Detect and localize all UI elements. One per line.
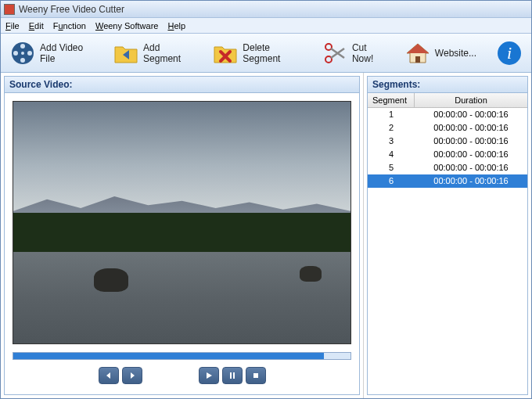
- app-icon: [4, 4, 15, 15]
- titlebar: Weeny Free Video Cutter: [1, 1, 531, 18]
- svg-point-3: [20, 58, 25, 63]
- folder-delete-icon: [213, 41, 238, 66]
- delete-segment-button[interactable]: Delete Segment: [210, 39, 305, 67]
- table-row[interactable]: 200:00:00 - 00:00:16: [368, 121, 527, 135]
- delete-segment-label: Delete Segment: [243, 42, 302, 64]
- segment-duration: 00:00:00 - 00:00:16: [415, 148, 527, 160]
- segment-id: 5: [368, 161, 415, 174]
- seek-fwd-button[interactable]: [122, 367, 142, 384]
- svg-text:i: i: [507, 43, 512, 63]
- segments-header: Segments:: [367, 76, 528, 93]
- table-row[interactable]: 100:00:00 - 00:00:16: [368, 108, 527, 121]
- segment-id: 1: [368, 108, 415, 120]
- svg-rect-8: [415, 56, 420, 63]
- add-video-button[interactable]: Add Video File: [7, 39, 96, 67]
- segment-id: 3: [368, 135, 415, 147]
- menu-function[interactable]: Function: [53, 21, 86, 31]
- svg-point-2: [27, 51, 32, 56]
- table-row[interactable]: 500:00:00 - 00:00:16: [368, 161, 527, 174]
- svg-rect-11: [230, 372, 232, 379]
- table-row[interactable]: 600:00:00 - 00:00:16: [368, 174, 527, 188]
- playback-controls: [13, 365, 351, 386]
- segment-duration: 00:00:00 - 00:00:16: [415, 174, 527, 187]
- film-reel-icon: [10, 41, 35, 66]
- timeline-slider[interactable]: [13, 352, 351, 360]
- svg-rect-13: [253, 373, 258, 378]
- segment-duration: 00:00:00 - 00:00:16: [415, 108, 527, 120]
- pause-button[interactable]: [222, 367, 243, 384]
- menubar: File Edit Function Weeny Software Help: [1, 18, 531, 34]
- info-button[interactable]: i: [494, 39, 525, 67]
- app-window: Weeny Free Video Cutter File Edit Functi…: [0, 0, 532, 399]
- folder-prev-icon: [113, 41, 138, 66]
- segment-id: 2: [368, 121, 415, 134]
- website-button[interactable]: Website...: [402, 39, 480, 67]
- house-icon: [405, 41, 430, 66]
- website-label: Website...: [435, 48, 476, 59]
- menu-edit[interactable]: Edit: [29, 21, 44, 31]
- col-duration[interactable]: Duration: [415, 93, 527, 107]
- segments-table-header: Segment Duration: [368, 93, 527, 108]
- menu-help[interactable]: Help: [167, 21, 185, 31]
- table-row[interactable]: 300:00:00 - 00:00:16: [368, 135, 527, 148]
- col-segment[interactable]: Segment: [368, 93, 415, 107]
- segment-duration: 00:00:00 - 00:00:16: [415, 135, 527, 147]
- source-panel: Source Video:: [1, 73, 363, 398]
- video-preview[interactable]: [13, 101, 351, 344]
- info-icon: i: [497, 41, 522, 66]
- add-segment-label: Add Segment: [143, 42, 192, 64]
- scissors-icon: [322, 41, 347, 66]
- svg-rect-12: [233, 372, 235, 379]
- table-row[interactable]: 400:00:00 - 00:00:16: [368, 148, 527, 161]
- add-segment-button[interactable]: Add Segment: [110, 39, 196, 67]
- source-header: Source Video:: [4, 76, 360, 93]
- stop-button[interactable]: [246, 367, 266, 384]
- svg-point-4: [13, 51, 18, 56]
- segment-duration: 00:00:00 - 00:00:16: [415, 161, 527, 174]
- video-area: [4, 93, 360, 395]
- content-area: Source Video:: [1, 73, 531, 398]
- menu-weeny-software[interactable]: Weeny Software: [95, 21, 159, 31]
- segment-id: 6: [368, 174, 415, 187]
- segment-duration: 00:00:00 - 00:00:16: [415, 121, 527, 134]
- svg-point-1: [20, 44, 25, 49]
- cut-now-label: Cut Now!: [352, 42, 385, 64]
- segments-panel: Segments: Segment Duration 100:00:00 - 0…: [363, 73, 531, 398]
- window-title: Weeny Free Video Cutter: [19, 4, 124, 15]
- svg-point-5: [21, 52, 24, 55]
- toolbar: Add Video File Add Segment Delete Segmen…: [1, 34, 531, 73]
- segment-id: 4: [368, 148, 415, 160]
- cut-now-button[interactable]: Cut Now!: [319, 39, 388, 67]
- play-button[interactable]: [199, 367, 219, 384]
- add-video-label: Add Video File: [40, 42, 93, 64]
- menu-file[interactable]: File: [5, 21, 20, 31]
- segments-table: Segment Duration 100:00:00 - 00:00:16200…: [367, 93, 528, 395]
- seek-back-button[interactable]: [99, 367, 119, 384]
